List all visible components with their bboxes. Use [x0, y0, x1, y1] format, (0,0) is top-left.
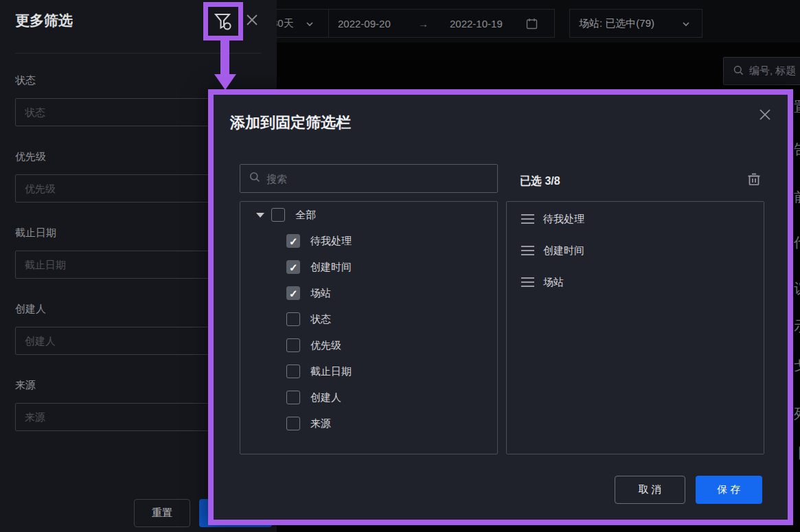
field-label-status: 状态 — [15, 74, 36, 87]
selected-item-label: 场站 — [543, 276, 564, 289]
selected-item-label: 创建时间 — [543, 244, 584, 257]
divider — [15, 53, 262, 54]
tree-item-label: 创建时间 — [310, 261, 352, 274]
keyword-search-input[interactable]: 编号, 标题 — [723, 57, 800, 85]
range-arrow: → — [418, 18, 428, 30]
checkbox[interactable] — [286, 365, 300, 378]
end-date-value[interactable]: 2022-10-19 — [450, 18, 503, 30]
start-date-value[interactable]: 2022-09-20 — [338, 18, 391, 30]
drawer-close-icon[interactable] — [244, 12, 263, 31]
modal-search-input[interactable] — [266, 173, 472, 185]
trash-icon[interactable] — [746, 171, 765, 190]
clipped-glyph: 代 — [794, 235, 800, 249]
tree-item-label: 优先级 — [310, 339, 341, 352]
reset-button[interactable]: 重置 — [134, 499, 190, 527]
tree-item-label: 状态 — [310, 313, 331, 326]
checkbox[interactable] — [286, 312, 300, 326]
add-to-pinned-filters-modal: 添加到固定筛选栏 已选 3/8 全部 待我处理 创建时间 — [208, 89, 793, 525]
tree-item-label: 全部 — [295, 209, 316, 222]
drag-handle-icon[interactable] — [521, 277, 534, 287]
tree-item[interactable]: 状态 — [240, 306, 497, 332]
clipped-glyph: 告 — [794, 142, 800, 156]
caret-down-icon[interactable] — [256, 213, 264, 218]
checkbox[interactable] — [286, 234, 300, 248]
save-button[interactable]: 保存 — [696, 476, 762, 504]
modal-title: 添加到固定筛选栏 — [230, 113, 351, 133]
search-icon — [249, 172, 260, 185]
station-filter-select[interactable]: 场站: 已选中(79) — [569, 9, 702, 38]
tree-item[interactable]: 截止日期 — [240, 358, 497, 384]
chevron-down-icon — [682, 20, 690, 28]
checkbox[interactable] — [286, 260, 300, 274]
drawer-title: 更多筛选 — [15, 11, 73, 30]
filter-options-tree: 全部 待我处理 创建时间 场站 状态 优先级 截止日期 创建人 — [240, 201, 498, 454]
clipped-glyph: 卜 — [794, 446, 800, 460]
field-label-creator: 创建人 — [15, 303, 46, 316]
selected-item[interactable]: 创建时间 — [507, 242, 764, 259]
tree-item[interactable]: 创建时间 — [240, 254, 497, 280]
search-placeholder: 编号, 标题 — [749, 65, 796, 78]
tree-item-label: 待我处理 — [310, 235, 352, 248]
checkbox[interactable] — [286, 338, 300, 352]
field-label-priority: 优先级 — [15, 150, 46, 163]
selected-filters-list: 待我处理 创建时间 场站 — [506, 201, 764, 454]
selected-item-label: 待我处理 — [543, 213, 584, 226]
modal-close-icon[interactable] — [757, 107, 775, 125]
clipped-glyph: 列 — [794, 407, 800, 421]
search-icon — [733, 65, 744, 78]
checkbox[interactable] — [271, 208, 285, 222]
drag-handle-icon[interactable] — [521, 246, 534, 255]
clipped-glyph: 戈 — [794, 359, 800, 373]
tree-item[interactable]: 优先级 — [240, 332, 497, 358]
checkbox[interactable] — [286, 286, 300, 300]
tree-item-label: 来源 — [310, 417, 331, 430]
date-range-picker[interactable]: 2022-09-20 → 2022-10-19 — [328, 9, 555, 38]
chevron-down-icon — [306, 20, 314, 28]
tree-item[interactable]: 创建人 — [240, 384, 497, 410]
drag-handle-icon[interactable] — [521, 214, 534, 224]
tree-item[interactable]: 待我处理 — [240, 228, 497, 254]
clipped-glyph: 示 — [794, 319, 800, 333]
clipped-glyph: 前 — [794, 190, 800, 204]
cancel-button[interactable]: 取消 — [615, 476, 685, 504]
tree-item-label: 创建人 — [310, 391, 341, 404]
clipped-glyph: 置 — [794, 100, 800, 113]
selected-item[interactable]: 待我处理 — [507, 210, 764, 228]
right-edge-clipped-text: 置 告 前 代 议 示 戈 列 卜 — [794, 0, 800, 532]
selected-count: 已选 3/8 — [520, 174, 560, 189]
field-label-due-date: 截止日期 — [15, 227, 56, 240]
selected-item[interactable]: 场站 — [507, 273, 764, 291]
tree-item-label: 场站 — [310, 287, 331, 300]
tree-item[interactable]: 场站 — [240, 280, 497, 306]
modal-search-box[interactable] — [240, 164, 498, 193]
field-label-source: 来源 — [15, 379, 36, 392]
checkbox[interactable] — [286, 417, 300, 430]
station-filter-value: 场站: 已选中(79) — [579, 17, 654, 30]
tree-item[interactable]: 来源 — [240, 410, 497, 437]
checkbox[interactable] — [286, 391, 300, 404]
calendar-icon — [526, 18, 538, 32]
clipped-glyph: 议 — [794, 281, 800, 295]
tree-item-label: 截止日期 — [310, 365, 352, 378]
tree-item-all[interactable]: 全部 — [240, 202, 497, 228]
